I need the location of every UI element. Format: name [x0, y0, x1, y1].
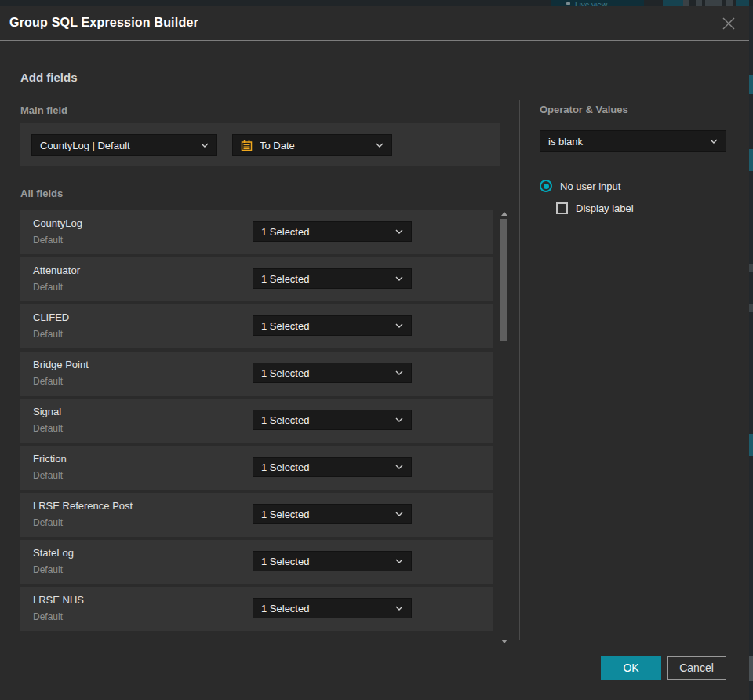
field-name: CLIFED [33, 312, 69, 323]
backdrop-toolbar-fragment [696, 0, 702, 6]
field-name: Friction [33, 453, 67, 465]
display-label-text: Display label [576, 202, 634, 214]
backdrop-fragment [749, 656, 753, 681]
chevron-down-icon [201, 143, 209, 148]
backdrop-toolbar-fragment [683, 0, 689, 6]
chevron-down-icon [395, 370, 403, 375]
screen: Live view Group SQL Expression Builder [0, 0, 753, 700]
field-row: LRSE Reference Post Default 1 Selected [20, 493, 493, 537]
field-values-selected: 1 Selected [261, 367, 389, 379]
backdrop-toolbar: Live view [0, 0, 753, 6]
no-user-input-label: No user input [560, 180, 620, 192]
scroll-up-icon[interactable] [501, 212, 507, 216]
backdrop-toolbar-fragment [705, 0, 722, 6]
backdrop-toolbar-fragment [736, 0, 749, 6]
field-subtitle: Default [33, 329, 63, 340]
chevron-down-icon [395, 323, 403, 328]
field-subtitle: Default [33, 611, 63, 622]
backdrop-fragment [749, 304, 753, 312]
radio-icon [540, 180, 552, 192]
operator-select[interactable]: is blank [540, 130, 726, 152]
field-values-selected: 1 Selected [261, 320, 389, 332]
field-subtitle: Default [33, 517, 63, 528]
backdrop-fragment [749, 434, 753, 456]
operator-select-value: is blank [548, 136, 704, 148]
field-values-selected: 1 Selected [261, 414, 389, 426]
field-name: Signal [33, 406, 61, 417]
field-row: Signal Default 1 Selected [20, 399, 493, 443]
field-values-selected: 1 Selected [261, 461, 389, 473]
field-row: CLIFED Default 1 Selected [20, 304, 493, 348]
field-values-dropdown[interactable]: 1 Selected [253, 504, 412, 524]
field-row: Bridge Point Default 1 Selected [20, 352, 493, 396]
cancel-button[interactable]: Cancel [667, 656, 726, 680]
field-subtitle: Default [33, 282, 63, 293]
field-values-selected: 1 Selected [261, 273, 389, 285]
live-dot-icon [566, 2, 570, 5]
field-values-dropdown[interactable]: 1 Selected [253, 410, 412, 430]
field-name: LRSE NHS [33, 594, 84, 606]
chevron-down-icon [376, 143, 384, 148]
dialog-header: Group SQL Expression Builder [0, 6, 749, 41]
live-view-button[interactable]: Live view [551, 0, 644, 6]
main-field-select-value: CountyLog | Default [40, 140, 195, 151]
group-sql-expression-builder-dialog: Group SQL Expression Builder Add fields … [0, 6, 749, 700]
add-fields-heading: Add fields [20, 71, 78, 84]
field-row: LRSE NHS Default 1 Selected [20, 587, 493, 631]
checkbox-icon [556, 202, 568, 214]
field-values-dropdown[interactable]: 1 Selected [253, 457, 412, 477]
chevron-down-icon [395, 417, 403, 422]
chevron-down-icon [395, 559, 403, 563]
field-values-selected: 1 Selected [261, 603, 389, 614]
panel-divider [519, 100, 520, 640]
backdrop-toolbar-fragment [663, 0, 683, 6]
main-field-select[interactable]: CountyLog | Default [31, 134, 217, 156]
chevron-down-icon [395, 229, 403, 234]
field-subtitle: Default [33, 423, 63, 434]
field-values-selected: 1 Selected [261, 226, 389, 238]
backdrop-toolbar-fragment [726, 0, 733, 6]
chevron-down-icon [395, 465, 403, 469]
scrollbar-thumb[interactable] [500, 219, 507, 341]
dialog-title: Group SQL Expression Builder [9, 16, 198, 30]
backdrop-fragment [749, 264, 753, 272]
field-row: Attenuator Default 1 Selected [20, 257, 493, 301]
field-subtitle: Default [33, 235, 63, 246]
field-values-dropdown[interactable]: 1 Selected [253, 221, 412, 242]
field-values-dropdown[interactable]: 1 Selected [253, 363, 412, 383]
field-name: CountyLog [33, 217, 82, 229]
backdrop-right-strip [749, 6, 753, 700]
chevron-down-icon [395, 276, 403, 281]
field-values-selected: 1 Selected [261, 556, 389, 567]
field-values-selected: 1 Selected [261, 509, 389, 520]
all-fields-label: All fields [20, 188, 63, 199]
scroll-down-icon[interactable] [501, 640, 507, 643]
ok-button[interactable]: OK [601, 656, 661, 680]
field-subtitle: Default [33, 470, 63, 481]
field-values-dropdown[interactable]: 1 Selected [253, 598, 412, 618]
display-label-checkbox[interactable]: Display label [556, 202, 634, 214]
field-subtitle: Default [33, 564, 63, 575]
main-field-date-select[interactable]: To Date [232, 134, 392, 156]
field-values-dropdown[interactable]: 1 Selected [253, 551, 412, 571]
field-name: LRSE Reference Post [33, 500, 133, 512]
no-user-input-radio[interactable]: No user input [540, 180, 620, 192]
field-name: StateLog [33, 547, 74, 559]
backdrop-fragment [749, 149, 753, 171]
date-select-value: To Date [260, 140, 369, 151]
field-row: Friction Default 1 Selected [20, 446, 493, 490]
field-name: Attenuator [33, 264, 80, 276]
calendar-icon [241, 140, 253, 151]
close-icon[interactable] [721, 16, 737, 31]
field-name: Bridge Point [33, 359, 89, 370]
field-values-dropdown[interactable]: 1 Selected [253, 315, 412, 336]
field-values-dropdown[interactable]: 1 Selected [253, 268, 412, 289]
chevron-down-icon [710, 139, 718, 144]
field-row: StateLog Default 1 Selected [20, 540, 493, 584]
live-view-label: Live view [575, 1, 607, 6]
chevron-down-icon [395, 606, 403, 611]
field-subtitle: Default [33, 376, 63, 387]
backdrop-fragment [749, 75, 753, 94]
chevron-down-icon [395, 512, 403, 516]
list-scrollbar[interactable] [500, 212, 509, 643]
